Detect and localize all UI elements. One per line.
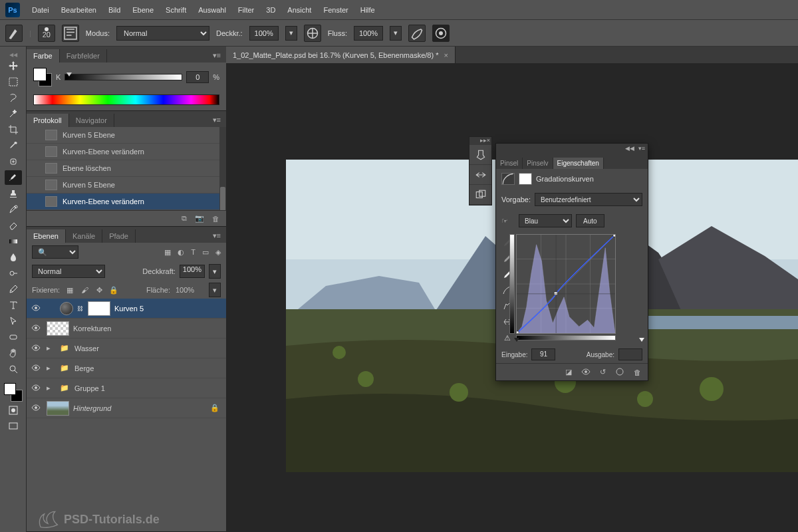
move-tool[interactable] — [5, 59, 22, 73]
history-item[interactable]: Ebene löschen — [27, 160, 226, 177]
mask-thumb-icon[interactable] — [519, 173, 532, 185]
fill-dropdown[interactable]: ▾ — [209, 283, 221, 297]
trash-icon[interactable]: 🗑 — [212, 215, 219, 223]
tab-eigenschaften[interactable]: Eigenschaften — [553, 158, 604, 169]
layer-row[interactable]: ⛓Kurven 5 — [27, 299, 226, 319]
lasso-tool[interactable] — [5, 90, 22, 105]
tab-kanaele[interactable]: Kanäle — [66, 229, 102, 243]
layer-name[interactable]: Wasser — [74, 344, 223, 352]
crop-tool[interactable] — [5, 122, 22, 137]
dock-brushpresets-icon[interactable] — [469, 165, 491, 185]
path-select-tool[interactable] — [5, 314, 22, 329]
filter-shape-icon[interactable]: ▭ — [202, 248, 209, 257]
mask-thumb[interactable] — [88, 301, 110, 316]
flow-value[interactable]: 100% — [354, 26, 383, 41]
dock-brush-icon[interactable] — [469, 145, 491, 165]
history-item[interactable]: Kurven 5 Ebene — [27, 127, 226, 144]
panel-menu-icon[interactable]: ▾≡ — [638, 145, 645, 152]
panel-menu-icon[interactable]: ▾≡ — [207, 229, 226, 243]
menu-bearbeiten[interactable]: Bearbeiten — [61, 6, 96, 14]
toggle-visibility-icon[interactable] — [581, 367, 591, 378]
visibility-toggle[interactable] — [29, 323, 43, 334]
menu-auswahl[interactable]: Auswahl — [198, 6, 226, 14]
new-doc-from-state-icon[interactable]: ⧉ — [182, 214, 187, 223]
clip-warning-icon[interactable]: ⚠ — [501, 332, 513, 343]
brush-size-picker[interactable]: 20 — [38, 25, 55, 42]
eyedropper-tool[interactable] — [5, 138, 22, 153]
channel-select[interactable]: Blau — [519, 214, 572, 227]
k-slider[interactable] — [65, 74, 182, 80]
disclosure-triangle[interactable]: ▸ — [47, 384, 55, 392]
tab-navigator[interactable]: Navigator — [69, 114, 114, 127]
history-scrollbar[interactable] — [219, 127, 226, 210]
tab-farbe[interactable]: Farbe — [27, 49, 60, 63]
layer-row[interactable]: ▸📁Gruppe 1 — [27, 378, 226, 398]
spectrum-bar[interactable] — [33, 94, 219, 105]
curves-grid[interactable] — [516, 234, 616, 334]
view-previous-icon[interactable] — [615, 367, 624, 378]
layer-thumb[interactable] — [47, 321, 69, 336]
pen-tool[interactable] — [5, 282, 22, 297]
lock-pixels-icon[interactable]: 🖌 — [80, 285, 89, 295]
opacity-dropdown[interactable]: ▾ — [285, 26, 297, 41]
snapshot-icon[interactable]: 📷 — [195, 214, 204, 223]
menu-filter[interactable]: Filter — [238, 6, 254, 14]
visibility-toggle[interactable] — [29, 303, 43, 314]
marquee-tool[interactable] — [5, 74, 22, 89]
white-point-slider[interactable] — [639, 338, 644, 342]
menu-ansicht[interactable]: Ansicht — [287, 6, 311, 14]
shape-tool[interactable] — [5, 330, 22, 344]
blend-mode-select[interactable]: Normal — [116, 26, 209, 41]
hand-tool[interactable] — [5, 346, 22, 360]
panel-collapse-icon[interactable]: ◀◀ — [625, 145, 634, 152]
layer-name[interactable]: Berge — [74, 364, 223, 372]
black-point-slider[interactable] — [514, 338, 519, 342]
screenmode-toggle[interactable] — [5, 419, 22, 434]
visibility-toggle[interactable] — [29, 363, 43, 374]
layer-name[interactable]: Kurven 5 — [114, 305, 223, 313]
wand-tool[interactable] — [5, 106, 22, 121]
layer-name[interactable]: Hintergrund — [73, 404, 206, 412]
layer-filter-select[interactable]: 🔍 — [32, 245, 78, 259]
menu-bild[interactable]: Bild — [108, 6, 120, 14]
fg-bg-swatch[interactable] — [33, 68, 52, 86]
visibility-toggle[interactable] — [29, 403, 43, 414]
tab-protokoll[interactable]: Protokoll — [27, 114, 69, 127]
document-tab[interactable]: 1_02_Matte_Plate.psd bei 16.7% (Kurven 5… — [226, 47, 456, 63]
pressure-size-icon[interactable] — [432, 25, 450, 42]
history-item[interactable]: Kurven 5 Ebene — [27, 177, 226, 194]
tab-pinselv[interactable]: Pinselv — [523, 158, 553, 169]
menu-schrift[interactable]: Schrift — [166, 6, 186, 14]
layer-row[interactable]: Hintergrund🔒 — [27, 398, 226, 418]
lock-all-icon[interactable]: 🔒 — [109, 285, 118, 295]
visibility-toggle[interactable] — [29, 383, 43, 394]
visibility-toggle[interactable] — [29, 343, 43, 354]
type-tool[interactable] — [5, 298, 22, 313]
dock-collapse-icon[interactable]: ▸▸ — [480, 137, 487, 145]
layer-opacity-dropdown[interactable]: ▾ — [209, 264, 221, 279]
output-value[interactable] — [618, 348, 642, 360]
layer-blend-select[interactable]: Normal — [32, 265, 105, 278]
fill-value[interactable]: 100% — [176, 286, 203, 294]
brush-panel-toggle[interactable] — [62, 25, 79, 42]
history-brush-tool[interactable] — [5, 202, 22, 217]
menu-ebene[interactable]: Ebene — [132, 6, 154, 14]
tab-pfade[interactable]: Pfade — [102, 229, 136, 243]
disclosure-triangle[interactable]: ▸ — [47, 364, 55, 372]
dodge-tool[interactable] — [5, 266, 22, 281]
filter-type-icon[interactable]: T — [191, 248, 196, 257]
menu-3d[interactable]: 3D — [266, 6, 275, 14]
layer-thumb[interactable] — [47, 401, 69, 416]
eraser-tool[interactable] — [5, 218, 22, 233]
preset-select[interactable]: Benutzerdefiniert — [535, 193, 642, 206]
layer-row[interactable]: ▸📁Berge — [27, 358, 226, 378]
disclosure-triangle[interactable]: ▸ — [47, 344, 55, 352]
lock-transparent-icon[interactable]: ▦ — [65, 285, 74, 295]
layer-name[interactable]: Gruppe 1 — [74, 384, 223, 392]
filter-smart-icon[interactable]: ◈ — [215, 248, 221, 257]
lock-position-icon[interactable]: ✥ — [94, 285, 104, 295]
gradient-tool[interactable] — [5, 234, 22, 249]
menu-hilfe[interactable]: Hilfe — [360, 6, 375, 14]
k-value[interactable]: 0 — [186, 71, 209, 83]
dock-close-icon[interactable]: × — [487, 137, 490, 145]
